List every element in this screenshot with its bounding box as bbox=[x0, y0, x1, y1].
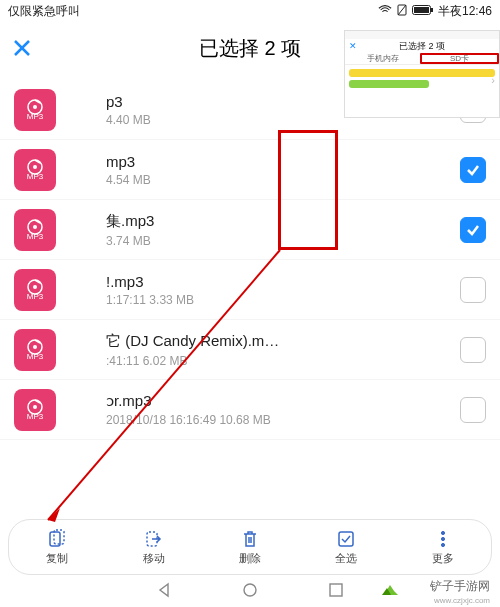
file-info: 集.mp3 3.74 MB bbox=[106, 212, 460, 248]
mp3-file-icon: MP3 bbox=[14, 89, 56, 131]
watermark-logo-icon bbox=[380, 579, 400, 599]
file-info: mp3 4.54 MB bbox=[106, 153, 460, 187]
thumbnail-title: 已选择 2 项 bbox=[399, 40, 445, 53]
mp3-file-icon: MP3 bbox=[14, 209, 56, 251]
file-checkbox[interactable] bbox=[460, 157, 486, 183]
delete-button[interactable]: 删除 bbox=[239, 529, 261, 566]
nav-home-icon[interactable] bbox=[242, 582, 258, 602]
watermark-url: www.czjxjc.com bbox=[434, 596, 490, 605]
file-meta: 2018/10/18 16:16:49 10.68 MB bbox=[106, 413, 460, 427]
svg-point-8 bbox=[33, 105, 37, 109]
file-row[interactable]: MP3 ɔr.mp3 2018/10/18 16:16:49 10.68 MB bbox=[0, 380, 500, 440]
file-row[interactable]: MP3 集.mp3 3.74 MB bbox=[0, 200, 500, 260]
file-meta: 4.54 MB bbox=[106, 173, 460, 187]
thumbnail-storage-bar-2 bbox=[349, 80, 429, 88]
nav-back-icon[interactable] bbox=[156, 582, 172, 602]
mp3-file-icon: MP3 bbox=[14, 149, 56, 191]
svg-point-29 bbox=[441, 531, 444, 534]
file-meta: 3.74 MB bbox=[106, 234, 460, 248]
file-row[interactable]: MP3 它 (DJ Candy Remix).m… :41:11 6.02 MB bbox=[0, 320, 500, 380]
thumbnail-tab-sd: SD卡 bbox=[420, 53, 499, 64]
copy-label: 复制 bbox=[46, 551, 68, 566]
thumbnail-chevron-right-icon: › bbox=[491, 74, 495, 86]
svg-point-11 bbox=[33, 165, 37, 169]
file-checkbox[interactable] bbox=[460, 337, 486, 363]
svg-point-23 bbox=[33, 405, 37, 409]
file-checkbox[interactable] bbox=[460, 397, 486, 423]
more-button[interactable]: 更多 bbox=[432, 529, 454, 566]
svg-point-30 bbox=[441, 537, 444, 540]
file-list: MP3 p3 4.40 MB MP3 mp3 4.54 MB MP3 集.mp3… bbox=[0, 74, 500, 440]
file-name: ɔr.mp3 bbox=[106, 392, 460, 410]
status-emergency-text: 仅限紧急呼叫 bbox=[8, 3, 80, 20]
svg-rect-33 bbox=[330, 584, 342, 596]
file-name: mp3 bbox=[106, 153, 460, 170]
svg-rect-28 bbox=[339, 532, 353, 546]
thumbnail-close-icon: ✕ bbox=[349, 41, 357, 51]
move-label: 移动 bbox=[143, 551, 165, 566]
more-label: 更多 bbox=[432, 551, 454, 566]
file-meta: :41:11 6.02 MB bbox=[106, 354, 460, 368]
tutorial-thumbnail: ✕ 已选择 2 项 手机内存 SD卡 › bbox=[344, 30, 500, 118]
file-row[interactable]: MP3 mp3 4.54 MB bbox=[0, 140, 500, 200]
svg-point-31 bbox=[441, 543, 444, 546]
file-info: !.mp3 1:17:11 3.33 MB bbox=[106, 273, 460, 307]
file-name: 集.mp3 bbox=[106, 212, 460, 231]
file-meta: 1:17:11 3.33 MB bbox=[106, 293, 460, 307]
file-checkbox[interactable] bbox=[460, 217, 486, 243]
file-name: 它 (DJ Candy Remix).m… bbox=[106, 332, 460, 351]
svg-point-32 bbox=[244, 584, 256, 596]
svg-point-17 bbox=[33, 285, 37, 289]
mp3-file-icon: MP3 bbox=[14, 389, 56, 431]
move-button[interactable]: 移动 bbox=[143, 529, 165, 566]
system-nav-bar bbox=[0, 577, 500, 607]
select-all-button[interactable]: 全选 bbox=[335, 529, 357, 566]
file-info: 它 (DJ Candy Remix).m… :41:11 6.02 MB bbox=[106, 332, 460, 368]
svg-rect-3 bbox=[414, 7, 429, 13]
action-toolbar: 复制 移动 删除 全选 更多 bbox=[8, 519, 492, 575]
thumbnail-storage-bar-1 bbox=[349, 69, 495, 77]
wifi-icon bbox=[378, 4, 392, 19]
battery-icon bbox=[412, 4, 434, 19]
select-all-label: 全选 bbox=[335, 551, 357, 566]
mp3-file-icon: MP3 bbox=[14, 269, 56, 311]
svg-point-20 bbox=[33, 345, 37, 349]
thumbnail-tab-internal: 手机内存 bbox=[345, 53, 420, 64]
status-time: 半夜12:46 bbox=[438, 3, 492, 20]
file-row[interactable]: MP3 !.mp3 1:17:11 3.33 MB bbox=[0, 260, 500, 320]
copy-button[interactable]: 复制 bbox=[46, 529, 68, 566]
nav-recent-icon[interactable] bbox=[328, 582, 344, 602]
svg-point-14 bbox=[33, 225, 37, 229]
page-title: 已选择 2 项 bbox=[199, 35, 301, 62]
svg-line-1 bbox=[398, 5, 406, 15]
svg-rect-4 bbox=[431, 8, 433, 12]
mp3-file-icon: MP3 bbox=[14, 329, 56, 371]
delete-label: 删除 bbox=[239, 551, 261, 566]
status-bar: 仅限紧急呼叫 半夜12:46 bbox=[0, 0, 500, 22]
watermark-brand: 铲子手游网 bbox=[430, 578, 490, 595]
file-info: ɔr.mp3 2018/10/18 16:16:49 10.68 MB bbox=[106, 392, 460, 427]
close-button[interactable] bbox=[8, 34, 36, 62]
file-name: !.mp3 bbox=[106, 273, 460, 290]
no-sim-icon bbox=[396, 4, 408, 19]
file-checkbox[interactable] bbox=[460, 277, 486, 303]
